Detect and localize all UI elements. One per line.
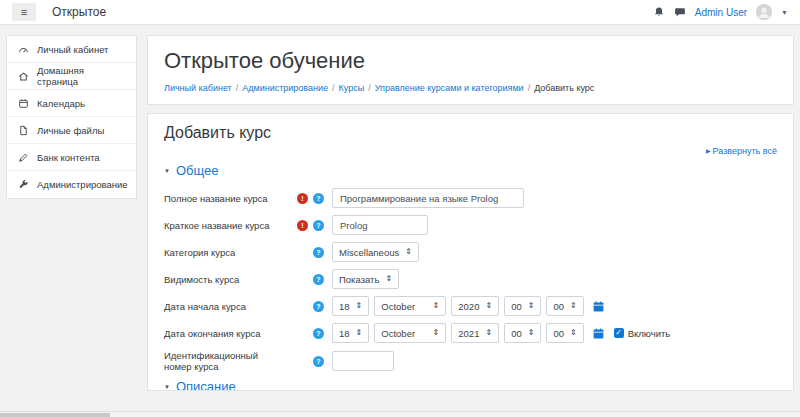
help-icon[interactable]: ? bbox=[313, 247, 324, 258]
required-icon: ! bbox=[297, 220, 308, 231]
visibility-select[interactable]: Показать ⇕ bbox=[332, 269, 399, 289]
field-row-category: Категория курса ? Miscellaneous ⇕ bbox=[164, 242, 777, 262]
help-icon[interactable]: ? bbox=[313, 328, 324, 339]
select-caret-icon: ⇕ bbox=[433, 329, 440, 337]
startdate-minute-select[interactable]: 00⇕ bbox=[546, 296, 583, 316]
user-menu-name[interactable]: Admin User bbox=[695, 7, 747, 18]
nav-drawer-list: Личный кабинет Домашняя страница Календа… bbox=[6, 35, 137, 199]
sidebar-item-label: Администрирование bbox=[37, 179, 128, 190]
enddate-enable-label: Включить bbox=[628, 328, 671, 339]
calendar-picker-icon[interactable] bbox=[592, 300, 605, 313]
section-header-description[interactable]: ▼ Описание bbox=[164, 379, 777, 391]
checkbox-checked-icon: ✓ bbox=[614, 328, 624, 338]
section-header-general[interactable]: ▼ Общее bbox=[164, 163, 777, 178]
user-avatar[interactable] bbox=[756, 4, 772, 20]
fullname-input[interactable] bbox=[332, 188, 524, 208]
add-course-form-card: Добавить курс ▶Развернуть всё ▼ Общее По… bbox=[147, 113, 794, 391]
breadcrumb-separator: / bbox=[368, 83, 371, 93]
page-title: Открытое обучение bbox=[164, 48, 777, 74]
field-row-enddate: Дата окончания курса ? 18⇕ October⇕ 2021… bbox=[164, 323, 777, 343]
calendar-icon bbox=[18, 98, 29, 109]
expand-caret-icon: ▶ bbox=[706, 148, 711, 154]
top-navbar: ≡ Открытое Admin User ▼ bbox=[0, 0, 800, 25]
sidebar-item-home[interactable]: Домашняя страница bbox=[7, 63, 136, 90]
select-caret-icon: ⇕ bbox=[528, 329, 535, 337]
sidebar-item-label: Домашняя страница bbox=[37, 65, 125, 87]
horizontal-scrollbar[interactable] bbox=[0, 411, 800, 417]
brush-icon bbox=[18, 152, 29, 163]
file-icon bbox=[18, 125, 29, 136]
category-select[interactable]: Miscellaneous ⇕ bbox=[332, 242, 419, 262]
breadcrumb-link-courses[interactable]: Курсы bbox=[339, 83, 365, 93]
sidebar-item-calendar[interactable]: Календарь bbox=[7, 90, 136, 117]
navbar-right: Admin User ▼ bbox=[653, 4, 788, 20]
select-caret-icon: ⇕ bbox=[570, 302, 577, 310]
enddate-day-select[interactable]: 18⇕ bbox=[332, 323, 369, 343]
enddate-enable-checkbox[interactable]: ✓ Включить bbox=[614, 328, 671, 339]
field-row-fullname: Полное название курса ! ? bbox=[164, 188, 777, 208]
notifications-bell-icon[interactable] bbox=[653, 6, 665, 18]
scrollbar-thumb[interactable] bbox=[0, 413, 110, 417]
field-row-startdate: Дата начала курса ? 18⇕ October⇕ 2020⇕ 0… bbox=[164, 296, 777, 316]
startdate-month-select[interactable]: October⇕ bbox=[374, 296, 446, 316]
field-row-idnumber: Идентификационный номер курса ? bbox=[164, 350, 777, 372]
hamburger-icon: ≡ bbox=[21, 6, 27, 18]
startdate-hour-select[interactable]: 00⇕ bbox=[504, 296, 541, 316]
section-caret-icon: ▼ bbox=[164, 168, 170, 174]
fullname-label: Полное название курса bbox=[164, 193, 286, 204]
startdate-controls: 18⇕ October⇕ 2020⇕ 00⇕ 00⇕ bbox=[332, 296, 605, 316]
select-caret-icon: ⇕ bbox=[528, 302, 535, 310]
dashboard-icon bbox=[18, 44, 29, 55]
select-caret-icon: ⇕ bbox=[485, 329, 492, 337]
sidebar-item-private-files[interactable]: Личные файлы bbox=[7, 117, 136, 144]
help-icon[interactable]: ? bbox=[313, 193, 324, 204]
breadcrumb-link-administration[interactable]: Администрирование bbox=[242, 83, 328, 93]
idnumber-input[interactable] bbox=[332, 351, 394, 371]
startdate-day-select[interactable]: 18⇕ bbox=[332, 296, 369, 316]
form-title: Добавить курс bbox=[164, 124, 777, 142]
site-brand-link[interactable]: Открытое bbox=[52, 5, 106, 19]
nav-drawer: Личный кабинет Домашняя страница Календа… bbox=[0, 25, 145, 411]
shortname-input[interactable] bbox=[332, 215, 428, 235]
category-label: Категория курса bbox=[164, 247, 286, 258]
section-title: Описание bbox=[176, 379, 236, 391]
enddate-month-select[interactable]: October⇕ bbox=[374, 323, 446, 343]
sidebar-item-administration[interactable]: Администрирование bbox=[7, 171, 136, 198]
enddate-label: Дата окончания курса bbox=[164, 328, 286, 339]
startdate-year-select[interactable]: 2020⇕ bbox=[451, 296, 499, 316]
help-icon[interactable]: ? bbox=[313, 220, 324, 231]
shortname-label: Краткое название курса bbox=[164, 220, 286, 231]
sidebar-item-label: Личные файлы bbox=[37, 125, 104, 136]
help-icon[interactable]: ? bbox=[313, 301, 324, 312]
page-header-card: Открытое обучение Личный кабинет/Админис… bbox=[147, 35, 794, 105]
sidebar-item-dashboard[interactable]: Личный кабинет bbox=[7, 36, 136, 63]
select-caret-icon: ⇕ bbox=[385, 275, 392, 283]
select-caret-icon: ⇕ bbox=[356, 302, 363, 310]
breadcrumb-link-manage-courses[interactable]: Управление курсами и категориями bbox=[375, 83, 524, 93]
section-caret-icon: ▼ bbox=[164, 384, 170, 390]
expand-all-link[interactable]: ▶Развернуть всё bbox=[706, 146, 777, 156]
calendar-picker-icon[interactable] bbox=[592, 327, 605, 340]
help-icon[interactable]: ? bbox=[313, 356, 324, 367]
breadcrumb-current: Добавить курс bbox=[534, 83, 594, 93]
visibility-label: Видимость курса bbox=[164, 274, 286, 285]
user-menu-caret-icon[interactable]: ▼ bbox=[781, 9, 788, 16]
main-content: Открытое обучение Личный кабинет/Админис… bbox=[145, 25, 800, 411]
enddate-minute-select[interactable]: 00⇕ bbox=[546, 323, 583, 343]
idnumber-label: Идентификационный номер курса bbox=[164, 350, 286, 372]
startdate-label: Дата начала курса bbox=[164, 301, 286, 312]
select-caret-icon: ⇕ bbox=[405, 248, 412, 256]
messages-chat-icon[interactable] bbox=[674, 6, 686, 18]
breadcrumb-separator: / bbox=[236, 83, 239, 93]
enddate-year-select[interactable]: 2021⇕ bbox=[451, 323, 499, 343]
hamburger-menu-button[interactable]: ≡ bbox=[12, 3, 36, 21]
home-icon bbox=[18, 71, 29, 82]
section-title: Общее bbox=[176, 163, 219, 178]
field-row-visibility: Видимость курса ? Показать ⇕ bbox=[164, 269, 777, 289]
help-icon[interactable]: ? bbox=[313, 274, 324, 285]
breadcrumb-link-dashboard[interactable]: Личный кабинет bbox=[164, 83, 232, 93]
page-body: Личный кабинет Домашняя страница Календа… bbox=[0, 25, 800, 411]
sidebar-item-label: Банк контента bbox=[37, 152, 100, 163]
sidebar-item-content-bank[interactable]: Банк контента bbox=[7, 144, 136, 171]
enddate-hour-select[interactable]: 00⇕ bbox=[504, 323, 541, 343]
